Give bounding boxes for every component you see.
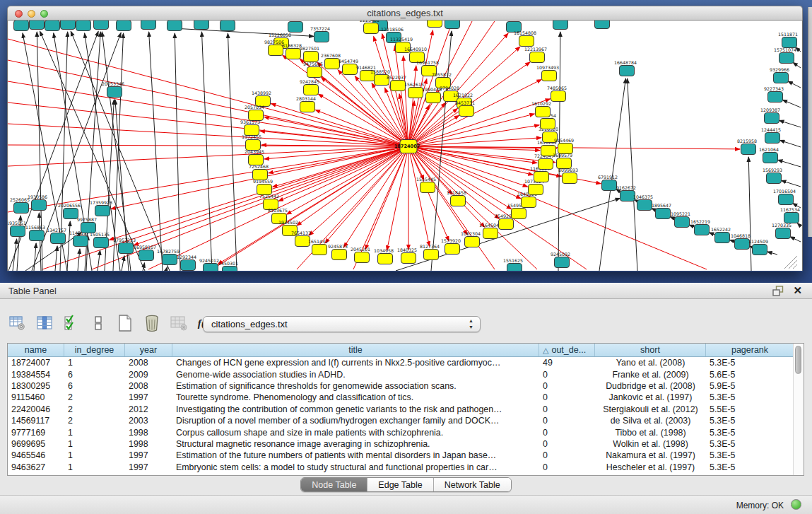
table-row[interactable]: 1872400712008Changes of HCN gene express… xyxy=(8,357,804,368)
table-row[interactable]: 946554611997Estimation of the future num… xyxy=(8,450,804,461)
column-header-out_de[interactable]: △out_de... xyxy=(539,344,595,356)
graph-node[interactable] xyxy=(14,203,29,214)
network-window[interactable]: citations_edges.txt 20937911940557258565… xyxy=(7,6,803,271)
graph-node[interactable] xyxy=(765,113,779,124)
graph-node[interactable] xyxy=(563,173,577,184)
graph-node[interactable] xyxy=(779,53,794,64)
graph-node[interactable] xyxy=(300,102,315,112)
tab-network-table[interactable]: Network Table xyxy=(434,478,511,491)
float-panel-icon[interactable] xyxy=(772,286,784,296)
node-table[interactable]: namein_degreeyeartitle△out_de...shortpag… xyxy=(7,343,804,476)
graph-node[interactable] xyxy=(765,133,780,144)
graph-node[interactable] xyxy=(119,243,134,254)
graph-node[interactable] xyxy=(223,267,237,271)
graph-node[interactable] xyxy=(139,250,154,261)
network-window-titlebar[interactable]: citations_edges.txt xyxy=(7,6,803,21)
graph-node[interactable] xyxy=(11,226,25,237)
graph-node[interactable] xyxy=(741,144,756,155)
graph-node[interactable] xyxy=(529,185,543,195)
graph-node[interactable] xyxy=(465,237,480,247)
graph-node[interactable] xyxy=(32,200,47,211)
column-header-name[interactable]: name xyxy=(8,344,64,356)
graph-node[interactable] xyxy=(445,244,460,255)
table-select-dropdown[interactable]: citations_edges.txt ▲▼ xyxy=(203,316,481,332)
graph-node[interactable] xyxy=(782,37,797,48)
table-panel-titlebar[interactable]: Table Panel ✕ xyxy=(0,283,812,299)
graph-node[interactable] xyxy=(420,182,435,193)
column-header-pagerank[interactable]: pagerank xyxy=(706,344,794,356)
graph-node[interactable] xyxy=(141,21,156,30)
graph-node[interactable] xyxy=(408,88,423,98)
graph-node[interactable] xyxy=(304,52,319,62)
column-header-title[interactable]: title xyxy=(172,344,539,356)
tab-edge-table[interactable]: Edge Table xyxy=(367,478,433,491)
table-row[interactable]: 946362711997Embryonic stem cells: a mode… xyxy=(8,462,804,473)
graph-node[interactable] xyxy=(451,196,466,206)
graph-node[interactable] xyxy=(715,233,730,243)
table-row[interactable]: 911546021997Tourette syndrome. Phenomeno… xyxy=(8,392,804,403)
column-header-in_degree[interactable]: in_degree xyxy=(64,344,125,356)
graph-node[interactable] xyxy=(534,172,549,182)
graph-node[interactable] xyxy=(428,21,442,28)
table-row[interactable]: 969969511998Structural magnetic resonanc… xyxy=(8,438,804,450)
graph-node[interactable] xyxy=(555,257,570,268)
graph-node[interactable] xyxy=(64,209,78,219)
graph-node[interactable] xyxy=(94,238,109,248)
graph-node[interactable] xyxy=(391,81,406,91)
graph-node[interactable] xyxy=(355,252,370,263)
delete-columns-icon[interactable] xyxy=(143,314,161,332)
graph-node[interactable] xyxy=(194,21,209,30)
graph-node[interactable] xyxy=(602,180,617,191)
table-row[interactable]: 1830029562008Estimation of significance … xyxy=(8,380,804,392)
table-row[interactable]: 1938455462009Genome-wide association stu… xyxy=(8,368,804,380)
graph-node[interactable] xyxy=(107,87,122,98)
scrollbar-thumb[interactable] xyxy=(795,346,801,374)
graph-node[interactable] xyxy=(14,21,29,31)
graph-node[interactable] xyxy=(181,260,196,271)
graph-node[interactable] xyxy=(204,264,218,271)
graph-node[interactable] xyxy=(312,245,327,255)
graph-node[interactable] xyxy=(314,32,329,42)
graph-node[interactable] xyxy=(286,49,301,59)
graph-node[interactable] xyxy=(499,219,514,230)
graph-node[interactable] xyxy=(61,21,76,30)
graph-node[interactable] xyxy=(426,93,441,103)
graph-node[interactable] xyxy=(541,119,555,129)
graph-node[interactable] xyxy=(774,73,789,83)
graph-node[interactable] xyxy=(763,153,778,163)
graph-node[interactable] xyxy=(401,253,416,264)
create-new-column-icon[interactable] xyxy=(116,314,134,332)
graph-node[interactable] xyxy=(776,228,791,239)
vertical-scrollbar[interactable] xyxy=(793,344,804,475)
graph-node[interactable] xyxy=(784,213,799,223)
graph-node[interactable] xyxy=(779,194,794,205)
network-canvas[interactable]: 2093791194055725856531848355809977120691… xyxy=(7,21,803,271)
graph-node[interactable] xyxy=(695,225,710,235)
close-window-button[interactable] xyxy=(15,10,23,18)
graph-node[interactable] xyxy=(304,85,319,95)
graph-node[interactable] xyxy=(424,250,439,260)
graph-node[interactable] xyxy=(95,206,110,216)
graph-node[interactable] xyxy=(735,239,750,250)
graph-node[interactable] xyxy=(551,91,566,102)
graph-node[interactable] xyxy=(637,200,652,211)
graph-node[interactable] xyxy=(519,36,534,47)
graph-node[interactable] xyxy=(542,71,557,81)
zoom-window-button[interactable] xyxy=(40,10,48,18)
graph-node[interactable] xyxy=(288,22,303,33)
graph-node[interactable] xyxy=(220,21,235,31)
graph-node[interactable] xyxy=(522,197,536,208)
select-columns-icon[interactable] xyxy=(62,314,81,332)
minimize-window-button[interactable] xyxy=(28,10,35,18)
graph-node[interactable] xyxy=(768,92,783,103)
graph-node[interactable] xyxy=(45,21,60,31)
graph-node[interactable] xyxy=(76,21,91,31)
graph-node[interactable] xyxy=(767,173,782,184)
graph-node[interactable] xyxy=(539,159,553,170)
graph-node[interactable] xyxy=(656,209,671,219)
graph-node[interactable] xyxy=(117,21,131,31)
graph-node[interactable] xyxy=(332,250,347,260)
graph-node[interactable] xyxy=(459,106,474,117)
table-row[interactable]: 977716911998Corpus callosum shape and si… xyxy=(8,426,804,438)
graph-node[interactable] xyxy=(307,67,322,78)
